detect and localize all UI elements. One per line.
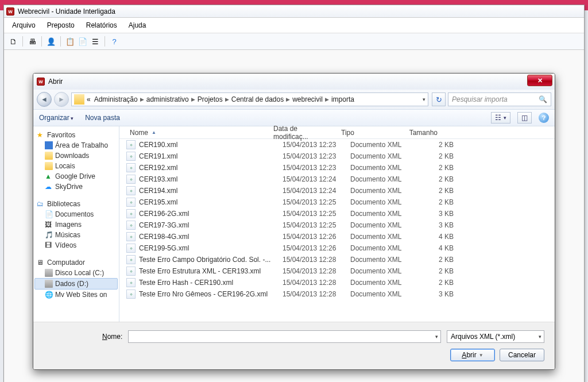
sidebar-item-selected[interactable]: Dados (D:)	[34, 278, 118, 290]
menu-ajuda[interactable]: Ajuda	[124, 20, 151, 30]
sidebar-item[interactable]: 📄Documentos	[34, 209, 118, 219]
split-icon: ▼	[479, 353, 483, 358]
file-row[interactable]: ⋄Teste Erro Nro Gêmeos - CER196-2G.xml15…	[119, 288, 555, 300]
file-row[interactable]: ⋄CER198-4G.xml15/04/2013 12:26Documento …	[119, 231, 555, 242]
view-menu[interactable]: ☷ ▾	[491, 112, 510, 124]
tool-form-icon[interactable]: 📄	[77, 36, 88, 47]
library-icon: 🗂	[37, 200, 45, 208]
breadcrumb-seg[interactable]: Central de dados	[230, 95, 285, 103]
file-size: 4 KB	[413, 244, 454, 252]
open-button[interactable]: Abrir▼	[450, 349, 495, 361]
file-row[interactable]: ⋄CER191.xml15/04/2013 12:23Documento XML…	[119, 151, 555, 162]
file-size: 4 KB	[413, 233, 454, 241]
breadcrumb-seg[interactable]: importa	[330, 95, 355, 103]
sidebar-computer[interactable]: 🖥Computador	[34, 257, 118, 268]
sidebar-item[interactable]: Locais	[34, 161, 118, 171]
file-name: CER192.xml	[139, 164, 283, 172]
file-type: Documento XML	[350, 198, 413, 206]
column-headers: Nome▲ Data de modificaç... Tipo Tamanho	[119, 126, 555, 139]
file-name: Teste Erro Nro Gêmeos - CER196-2G.xml	[139, 290, 283, 298]
address-bar[interactable]: « Administração▶ administrativo▶ Projeto…	[71, 92, 428, 106]
tool-list-icon[interactable]: ☰	[90, 36, 101, 47]
file-row[interactable]: ⋄Teste Erro Campo Obrigatório Cod. Sol. …	[119, 254, 555, 265]
file-date: 15/04/2013 12:25	[283, 221, 350, 229]
breadcrumb-seg[interactable]: webrecivil	[291, 95, 324, 103]
refresh-button[interactable]: ↻	[432, 92, 446, 106]
new-folder-button[interactable]: Nova pasta	[85, 114, 120, 122]
sidebar-item[interactable]: 🎵Músicas	[34, 230, 118, 240]
sidebar-item[interactable]: ☁SkyDrive	[34, 182, 118, 192]
file-row[interactable]: ⋄CER192.xml15/04/2013 12:23Documento XML…	[119, 162, 555, 173]
col-size[interactable]: Tamanho	[401, 129, 441, 137]
tool-new-icon[interactable]: 🗋	[7, 36, 19, 47]
back-button[interactable]: ◄	[37, 92, 52, 107]
search-input[interactable]: Pesquisar importa 🔍	[448, 92, 551, 106]
breadcrumb-seg[interactable]: administrativo	[145, 95, 190, 103]
drive-icon	[45, 280, 53, 288]
menu-relatorios[interactable]: Relatórios	[82, 20, 122, 30]
tool-user-icon[interactable]: 👤	[45, 36, 57, 47]
file-row[interactable]: ⋄CER195.xml15/04/2013 12:25Documento XML…	[119, 196, 555, 208]
image-icon: 🖼	[45, 221, 53, 229]
file-type: Documento XML	[350, 141, 413, 149]
organize-menu[interactable]: Organizar	[39, 114, 74, 122]
sidebar-item[interactable]: ▲Google Drive	[34, 171, 118, 182]
file-row[interactable]: ⋄CER199-5G.xml15/04/2013 12:26Documento …	[119, 242, 555, 254]
filename-input[interactable]: ▾	[128, 330, 441, 343]
file-name: Teste Erro Hash - CER190.xml	[139, 279, 283, 287]
file-date: 15/04/2013 12:23	[283, 164, 350, 172]
breadcrumb-seg[interactable]: Projetos	[196, 95, 224, 103]
file-name: CER191.xml	[139, 152, 283, 160]
preview-pane-button[interactable]: ◫	[517, 112, 532, 124]
sort-asc-icon: ▲	[152, 130, 156, 135]
app-title: Webrecivil - Unidade Interligada	[18, 7, 115, 16]
forward-button[interactable]: ►	[54, 92, 69, 107]
xml-file-icon: ⋄	[126, 244, 136, 253]
menu-arquivo[interactable]: Arquivo	[7, 20, 40, 30]
skydrive-icon: ☁	[45, 183, 53, 191]
tool-print-icon[interactable]: 🖶	[26, 36, 38, 47]
drive-icon	[45, 269, 53, 277]
xml-file-icon: ⋄	[126, 290, 136, 299]
dropdown-icon[interactable]: ▾	[435, 334, 438, 339]
file-row[interactable]: ⋄CER197-3G.xml15/04/2013 12:25Documento …	[119, 219, 555, 231]
file-row[interactable]: ⋄Teste Erro Estrutura XML - CER193.xml15…	[119, 265, 555, 277]
sidebar-favorites[interactable]: ★Favoritos	[34, 130, 118, 140]
file-date: 15/04/2013 12:24	[283, 175, 350, 183]
file-type: Documento XML	[350, 279, 413, 287]
file-row[interactable]: ⋄CER194.xml15/04/2013 12:24Documento XML…	[119, 185, 555, 196]
col-name[interactable]: Nome▲	[126, 129, 270, 137]
sidebar-item[interactable]: 🌐Mv Web Sites on	[34, 290, 118, 300]
app-window: w Webrecivil - Unidade Interligada Arqui…	[3, 5, 585, 382]
breadcrumb-prefix: «	[86, 95, 92, 103]
breadcrumb-seg[interactable]: Administração	[93, 95, 139, 103]
cancel-button[interactable]: Cancelar	[500, 349, 544, 361]
file-name: CER199-5G.xml	[139, 244, 283, 252]
menu-preposto[interactable]: Preposto	[42, 20, 79, 30]
file-row[interactable]: ⋄CER196-2G.xml15/04/2013 12:25Documento …	[119, 208, 555, 219]
sidebar-libraries[interactable]: 🗂Bibliotecas	[34, 199, 118, 209]
tool-check-icon[interactable]: 📋	[64, 36, 76, 47]
col-date[interactable]: Data de modificaç...	[270, 125, 338, 141]
filetype-select[interactable]: Arquivos XML (*.xml)▾	[447, 330, 544, 343]
nav-row: ◄ ► « Administração▶ administrativo▶ Pro…	[33, 90, 555, 109]
menubar: Arquivo Preposto Relatórios Ajuda	[4, 18, 584, 33]
file-name: Teste Erro Campo Obrigatório Cod. Sol. -…	[139, 256, 283, 264]
file-row[interactable]: ⋄Teste Erro Hash - CER190.xml15/04/2013 …	[119, 277, 555, 288]
file-size: 2 KB	[413, 141, 454, 149]
sidebar-item[interactable]: Área de Trabalho	[34, 140, 118, 151]
file-row[interactable]: ⋄CER193.xml15/04/2013 12:24Documento XML…	[119, 173, 555, 185]
tool-help-icon[interactable]: ?	[109, 36, 120, 47]
dropdown-icon[interactable]: ▾	[539, 334, 541, 339]
sidebar-item[interactable]: Disco Local (C:)	[34, 268, 118, 278]
addr-dropdown-icon[interactable]: ▾	[423, 97, 425, 102]
col-type[interactable]: Tipo	[338, 129, 401, 137]
filename-label: Nome:	[102, 333, 122, 341]
sidebar-item[interactable]: 🎞Vídeos	[34, 240, 118, 250]
sidebar-item[interactable]: Downloads	[34, 151, 118, 161]
xml-file-icon: ⋄	[126, 163, 136, 172]
sidebar-item[interactable]: 🖼Imagens	[34, 219, 118, 230]
close-button[interactable]: ✕	[527, 75, 552, 86]
help-icon[interactable]: ?	[539, 113, 549, 123]
file-row[interactable]: ⋄CER190.xml15/04/2013 12:23Documento XML…	[119, 139, 555, 151]
